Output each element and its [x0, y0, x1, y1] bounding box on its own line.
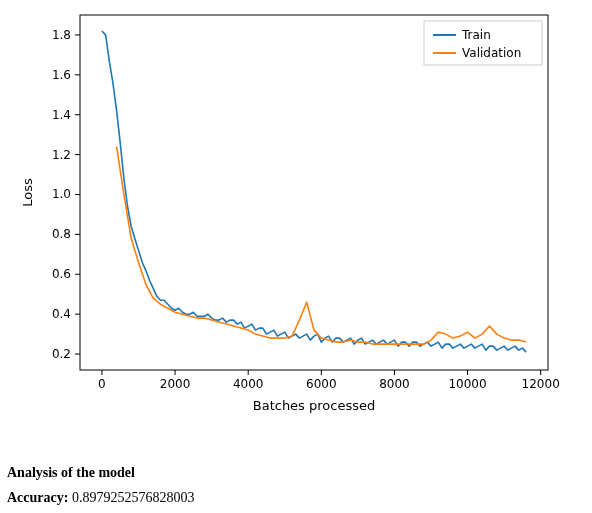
x-tick-label: 4000: [233, 377, 264, 391]
y-tick-label: 0.4: [52, 307, 71, 321]
y-tick-label: 0.2: [52, 347, 71, 361]
y-tick-label: 0.8: [52, 227, 71, 241]
loss-chart: 0200040006000800010000120000.20.40.60.81…: [10, 0, 570, 428]
accuracy-value: 0.8979252576828003: [72, 490, 195, 505]
x-tick-label: 12000: [522, 377, 560, 391]
analysis-heading: Analysis of the model: [7, 465, 135, 481]
accuracy-line: Accuracy: 0.8979252576828003: [7, 490, 194, 506]
x-axis-label: Batches processed: [253, 398, 375, 413]
y-tick-label: 1.2: [52, 148, 71, 162]
x-tick-label: 6000: [306, 377, 337, 391]
x-tick-label: 0: [98, 377, 106, 391]
y-tick-label: 0.6: [52, 267, 71, 281]
y-axis-label: Loss: [20, 178, 35, 207]
x-tick-label: 2000: [160, 377, 191, 391]
legend-entry-label: Train: [461, 28, 491, 42]
x-tick-label: 8000: [379, 377, 410, 391]
x-tick-label: 10000: [448, 377, 486, 391]
y-tick-label: 1.4: [52, 108, 71, 122]
y-tick-label: 1.0: [52, 187, 71, 201]
y-tick-label: 1.6: [52, 68, 71, 82]
plot-area: [80, 15, 548, 370]
legend-entry-label: Validation: [462, 46, 521, 60]
accuracy-label: Accuracy:: [7, 490, 72, 505]
y-tick-label: 1.8: [52, 28, 71, 42]
